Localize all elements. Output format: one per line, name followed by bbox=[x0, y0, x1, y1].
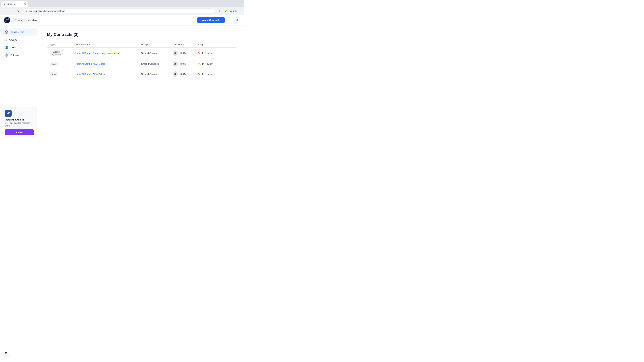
bookmark-button[interactable]: ☆ bbox=[217, 8, 222, 13]
last-edited-2: Today bbox=[180, 62, 186, 65]
avatar-1: LD bbox=[172, 50, 178, 56]
reload-button[interactable]: ↻ bbox=[16, 8, 21, 13]
col-type: Type bbox=[47, 41, 72, 48]
review-badge: Review bbox=[13, 18, 25, 22]
url-text: app.robinai.co.uk/review/contract-hub bbox=[29, 10, 65, 12]
table-header: Type Contract Name Group Last Edited ↑ bbox=[47, 41, 236, 48]
install-label: Install bbox=[16, 131, 23, 134]
table-row: SupplierAgreement Robin AI Sample Suppli… bbox=[47, 48, 236, 59]
row3-stage: ✏️ In Review bbox=[196, 69, 222, 79]
user-icon: 👤 bbox=[5, 45, 8, 49]
table-body: SupplierAgreement Robin AI Sample Suppli… bbox=[47, 48, 236, 79]
sidebar-users-label: Users bbox=[10, 46, 16, 49]
col-last-edited[interactable]: Last Edited ↑ bbox=[170, 41, 195, 48]
col-actions bbox=[222, 41, 236, 48]
browser-nav: ← → ↻ 🔒 app.robinai.co.uk/review/contrac… bbox=[0, 7, 244, 14]
last-edited-1: Today bbox=[180, 52, 186, 54]
row1-type: SupplierAgreement bbox=[47, 48, 72, 59]
app-header: Review Moodjoy Upload Contract ↑ ? LD bbox=[0, 15, 244, 25]
logo bbox=[4, 17, 10, 23]
pencil-icon-2: ✏️ bbox=[198, 62, 201, 65]
col-stage: Stage bbox=[196, 41, 222, 48]
org-name: Moodjoy bbox=[28, 18, 37, 21]
pencil-icon-1: ✏️ bbox=[198, 52, 201, 54]
upload-icon: ↑ bbox=[220, 19, 221, 21]
stage-label-2: In Review bbox=[202, 62, 212, 65]
row3-actions: ⋮ bbox=[222, 69, 236, 79]
sidebar-item-settings[interactable]: ⚙️ Settings bbox=[1, 52, 38, 59]
row1-stage: ✏️ In Review bbox=[196, 48, 222, 59]
tab-close-button[interactable]: ✕ bbox=[24, 3, 26, 6]
word-icon: W bbox=[5, 110, 12, 117]
svg-point-1 bbox=[8, 18, 9, 19]
addin-card: W Install the Add-in Get Reports within … bbox=[2, 107, 37, 138]
row2-type: NDA bbox=[47, 59, 72, 69]
type-badge-2: NDA bbox=[50, 62, 58, 66]
row2-group: Shared Contracts bbox=[138, 59, 170, 69]
sidebar: 🏠 Contract Hub ⊞ Groups 👤 Users ⚙️ Setti… bbox=[0, 25, 39, 143]
browser-tabs: 🐦 Robin AI ✕ + bbox=[0, 0, 244, 7]
stage-label-3: In Review bbox=[202, 73, 212, 75]
extensions-button[interactable]: 🧩 bbox=[224, 8, 229, 13]
incognito-label: Incognito bbox=[228, 10, 237, 12]
sort-icon: ↑ bbox=[185, 43, 186, 45]
avatar-2: LD bbox=[172, 61, 178, 66]
svg-point-0 bbox=[4, 17, 10, 23]
sidebar-item-groups[interactable]: ⊞ Groups bbox=[1, 36, 38, 43]
home-icon: 🏠 bbox=[5, 30, 8, 34]
row1-group: Shared Contracts bbox=[138, 48, 170, 59]
browser-chrome: 🐦 Robin AI ✕ + ← → ↻ 🔒 app.robinai.co.uk… bbox=[0, 0, 244, 15]
table-row: NDA Robin AI Sample NDA 1.docx Shared Co… bbox=[47, 59, 236, 69]
more-actions-button-3[interactable]: ⋮ bbox=[224, 72, 230, 76]
upload-contract-button[interactable]: Upload Contract ↑ bbox=[197, 17, 225, 23]
forward-button[interactable]: → bbox=[9, 8, 14, 13]
row1-actions: ⋮ bbox=[222, 48, 236, 59]
nav-actions: ☆ 🧩 Incognito ⋮ bbox=[217, 8, 242, 13]
address-bar[interactable]: 🔒 app.robinai.co.uk/review/contract-hub bbox=[22, 8, 215, 13]
tab-favicon: 🐦 bbox=[3, 3, 6, 5]
type-badge-3: NDA bbox=[50, 72, 58, 76]
avatar-3: LD bbox=[172, 71, 178, 77]
active-tab[interactable]: 🐦 Robin AI ✕ bbox=[1, 1, 28, 7]
lock-icon: 🔒 bbox=[25, 10, 28, 12]
stage-label-1: In Review bbox=[202, 52, 212, 54]
type-badge: SupplierAgreement bbox=[50, 50, 63, 56]
main-content: My Contracts (3) Type Contract Name Grou… bbox=[39, 25, 244, 143]
review-label: Review bbox=[15, 19, 23, 21]
help-icon: ? bbox=[229, 18, 230, 22]
tab-title: Robin AI bbox=[8, 3, 16, 5]
row1-last-edited: LD Today bbox=[170, 48, 195, 59]
sidebar-item-users[interactable]: 👤 Users bbox=[1, 44, 38, 51]
more-actions-button-1[interactable]: ⋮ bbox=[224, 51, 230, 55]
sidebar-settings-label: Settings bbox=[10, 54, 19, 56]
settings-icon: ⚙️ bbox=[5, 53, 8, 57]
back-button[interactable]: ← bbox=[2, 8, 8, 13]
table-header-row: Type Contract Name Group Last Edited ↑ bbox=[47, 41, 236, 48]
row3-type: NDA bbox=[47, 69, 72, 79]
more-actions-button-2[interactable]: ⋮ bbox=[224, 61, 230, 66]
row3-last-edited: LD Today bbox=[170, 69, 195, 79]
app-body: 🏠 Contract Hub ⊞ Groups 👤 Users ⚙️ Setti… bbox=[0, 25, 244, 143]
robin-ai-logo bbox=[4, 17, 10, 23]
row1-contract-name: Robin AI Sample Supplier Agreement.docx bbox=[72, 48, 138, 59]
row2-actions: ⋮ bbox=[222, 59, 236, 69]
user-avatar-button[interactable]: LD bbox=[234, 17, 240, 23]
help-button[interactable]: ? bbox=[227, 17, 233, 23]
install-addin-button[interactable]: Install bbox=[5, 129, 34, 135]
page-title: My Contracts (3) bbox=[47, 32, 236, 37]
table-row: NDA Robin AI Sample NDA 2.docx Shared Co… bbox=[47, 69, 236, 79]
menu-button[interactable]: ⋮ bbox=[237, 8, 242, 13]
col-contract-name: Contract Name bbox=[72, 41, 138, 48]
contract-link-1[interactable]: Robin AI Sample Supplier Agreement.docx bbox=[75, 52, 119, 54]
col-group: Group bbox=[138, 41, 170, 48]
contract-link-3[interactable]: Robin AI Sample NDA 2.docx bbox=[75, 73, 105, 75]
new-tab-button[interactable]: + bbox=[29, 1, 33, 7]
sidebar-contract-hub-label: Contract Hub bbox=[10, 31, 24, 33]
avatar-initials: LD bbox=[236, 19, 238, 21]
row2-contract-name: Robin AI Sample NDA 1.docx bbox=[72, 59, 138, 69]
addin-desc: Get Reports within Microsoft Word! bbox=[5, 122, 34, 127]
sidebar-item-contract-hub[interactable]: 🏠 Contract Hub bbox=[1, 28, 38, 35]
contracts-table: Type Contract Name Group Last Edited ↑ bbox=[47, 41, 236, 79]
contract-link-2[interactable]: Robin AI Sample NDA 1.docx bbox=[75, 62, 105, 65]
incognito-button[interactable]: Incognito bbox=[230, 8, 236, 13]
